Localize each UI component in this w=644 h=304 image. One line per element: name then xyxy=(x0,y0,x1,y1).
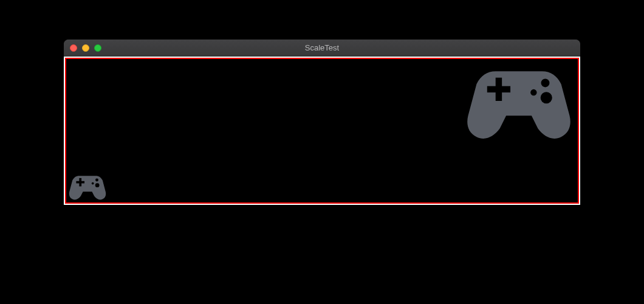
svg-point-4 xyxy=(95,183,100,187)
svg-rect-6 xyxy=(496,78,502,101)
content-area xyxy=(64,57,580,205)
app-window: ScaleTest xyxy=(64,40,580,205)
game-controller-icon-small xyxy=(69,173,106,200)
zoom-button[interactable] xyxy=(94,44,101,52)
svg-rect-1 xyxy=(79,178,81,187)
scene-view xyxy=(65,58,579,204)
svg-point-3 xyxy=(92,182,94,185)
svg-point-7 xyxy=(541,78,550,87)
traffic-lights xyxy=(70,44,101,52)
titlebar[interactable]: ScaleTest xyxy=(64,40,580,57)
close-button[interactable] xyxy=(70,44,77,52)
minimize-button[interactable] xyxy=(82,44,89,52)
game-controller-icon-large xyxy=(466,61,572,140)
window-title: ScaleTest xyxy=(305,43,339,52)
svg-point-9 xyxy=(541,92,552,103)
svg-point-2 xyxy=(95,178,98,181)
svg-point-8 xyxy=(530,89,536,95)
